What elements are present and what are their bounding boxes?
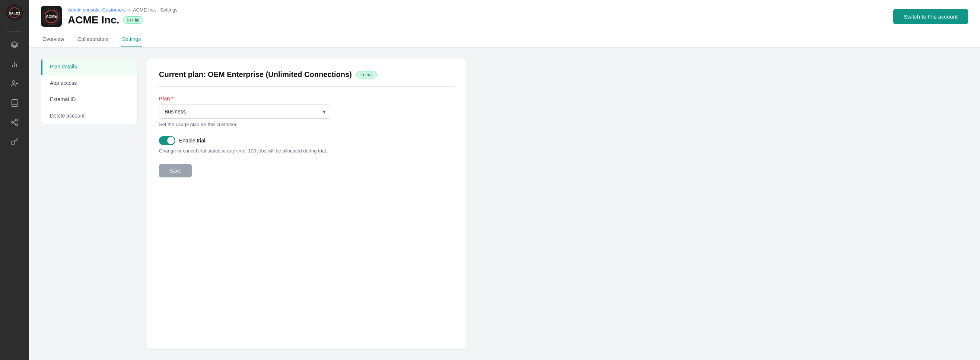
tab-settings[interactable]: Settings <box>121 32 143 47</box>
page-body: Plan details App access External ID Dele… <box>29 48 980 360</box>
plan-select-wrapper: BusinessStarterProfessionalOEM Enterpris… <box>159 105 330 119</box>
svg-text:SALES: SALES <box>9 11 21 15</box>
sidebar-divider <box>7 31 22 32</box>
account-title: ACME Inc. <box>68 14 119 26</box>
panel-divider <box>159 86 455 87</box>
layers-icon[interactable] <box>6 36 24 54</box>
account-logo: ACME <box>41 6 62 27</box>
toggle-label: Enable trial <box>179 138 205 144</box>
left-nav-item-delete-account[interactable]: Delete account <box>41 108 137 124</box>
header: ACME Admin console: Customers > ACME Inc… <box>29 0 980 48</box>
svg-point-8 <box>16 119 18 121</box>
content-panel: Current plan: OEM Enterprise (Unlimited … <box>147 58 467 350</box>
account-trial-badge: In trial <box>123 16 143 24</box>
svg-point-13 <box>11 141 15 145</box>
users-admin-icon[interactable] <box>6 75 24 93</box>
plan-field-label: Plan * <box>159 95 455 101</box>
plan-select[interactable]: BusinessStarterProfessionalOEM Enterpris… <box>159 105 330 119</box>
panel-title: Current plan: OEM Enterprise (Unlimited … <box>159 70 455 79</box>
left-nav: Plan details App access External ID Dele… <box>41 58 138 124</box>
switch-account-button[interactable]: Switch to this account <box>893 9 968 24</box>
chart-icon[interactable] <box>6 56 24 73</box>
tab-nav: Overview Collaborators Settings <box>41 31 968 47</box>
left-nav-item-app-access[interactable]: App access <box>41 75 137 91</box>
book-icon[interactable] <box>6 94 24 112</box>
panel-trial-badge: In trial <box>356 71 377 78</box>
breadcrumb-current: ACME Inc. : Settings <box>133 7 178 13</box>
svg-text:ACME: ACME <box>46 14 57 19</box>
left-nav-item-external-id[interactable]: External ID <box>41 91 137 108</box>
app-logo[interactable]: SALES <box>6 5 23 21</box>
key-icon[interactable] <box>6 133 24 151</box>
breadcrumb-separator: > <box>128 7 131 13</box>
header-left: ACME Admin console: Customers > ACME Inc… <box>41 6 178 27</box>
toggle-knob <box>167 137 175 144</box>
left-nav-item-plan-details[interactable]: Plan details <box>41 59 137 75</box>
toggle-row: Enable trial <box>159 136 455 145</box>
svg-point-7 <box>12 81 15 83</box>
save-button[interactable]: Save <box>159 164 192 178</box>
breadcrumb: Admin console: Customers > ACME Inc. : S… <box>68 7 178 13</box>
account-info: Admin console: Customers > ACME Inc. : S… <box>68 7 178 26</box>
plan-field-hint: Set the usage plan for this customer. <box>159 122 455 127</box>
tab-collaborators[interactable]: Collaborators <box>76 32 110 47</box>
main-content: ACME Admin console: Customers > ACME Inc… <box>29 0 980 360</box>
svg-point-9 <box>11 121 14 124</box>
breadcrumb-admin-link[interactable]: Admin console: Customers <box>68 7 126 13</box>
tab-overview[interactable]: Overview <box>41 32 65 47</box>
svg-line-11 <box>13 123 16 124</box>
account-title-row: ACME Inc. In trial <box>68 14 178 26</box>
share-icon[interactable] <box>6 113 24 131</box>
svg-line-12 <box>13 121 16 122</box>
svg-point-10 <box>16 124 18 126</box>
panel-title-text: Current plan: OEM Enterprise (Unlimited … <box>159 70 352 79</box>
enable-trial-toggle[interactable] <box>159 136 175 145</box>
sidebar: SALES <box>0 0 29 360</box>
toggle-hint: Change or cancel trial status at any tim… <box>159 148 455 154</box>
